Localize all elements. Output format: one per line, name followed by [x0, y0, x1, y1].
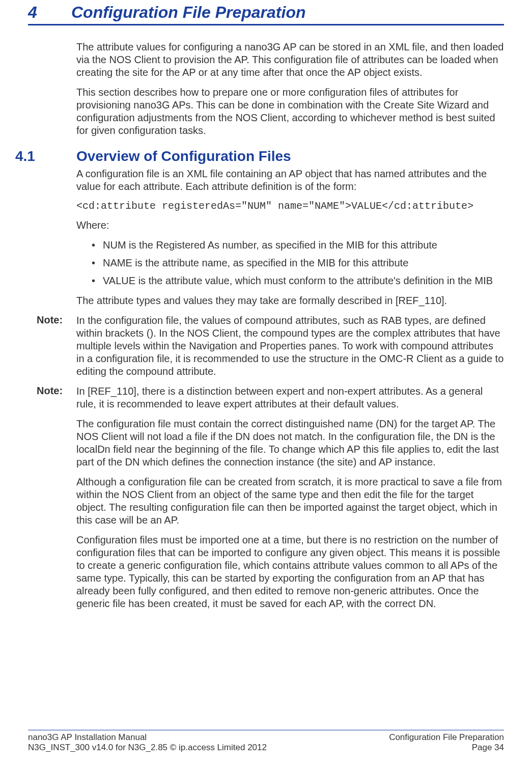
note-label: Note:	[28, 314, 76, 326]
where-label: Where:	[76, 219, 504, 232]
section-paragraph-4: Although a configuration file can be cre…	[76, 476, 504, 527]
footer-copyright: N3G_INST_300 v14.0 for N3G_2.85 © ip.acc…	[28, 743, 267, 753]
section-heading-4-1: 4.1Overview of Configuration Files	[76, 148, 504, 165]
chapter-header: 4Configuration File Preparation	[28, 0, 504, 25]
bullet-list: NUM is the Registered As number, as spec…	[76, 239, 504, 287]
note-label: Note:	[28, 385, 76, 397]
list-item: VALUE is the attribute value, which must…	[92, 275, 504, 287]
note-text: In [REF_110], there is a distinction bet…	[76, 385, 504, 410]
section-paragraph-1: A configuration file is an XML file cont…	[76, 168, 504, 193]
list-item: NUM is the Registered As number, as spec…	[92, 239, 504, 252]
page: 4Configuration File Preparation The attr…	[0, 0, 532, 767]
footer-page-number: Page 34	[472, 743, 504, 753]
intro-paragraph-1: The attribute values for configuring a n…	[76, 41, 504, 79]
footer-section-title: Configuration File Preparation	[389, 732, 504, 743]
page-footer: nano3G AP Installation Manual N3G_INST_3…	[28, 730, 504, 753]
intro-paragraph-2: This section describes how to prepare on…	[76, 86, 504, 137]
chapter-number: 4	[28, 3, 71, 22]
chapter-title: Configuration File Preparation	[71, 3, 305, 21]
note-1: Note: In the configuration file, the val…	[76, 314, 504, 378]
section-number: 4.1	[7, 148, 76, 165]
section-paragraph-5: Configuration files must be imported one…	[76, 534, 504, 610]
section-paragraph-2: The attribute types and values they may …	[76, 294, 504, 307]
footer-right: Configuration File Preparation Page 34	[389, 732, 504, 753]
note-2: Note: In [REF_110], there is a distincti…	[76, 385, 504, 410]
section-paragraph-3: The configuration file must contain the …	[76, 418, 504, 469]
body-column: The attribute values for configuring a n…	[76, 41, 504, 610]
note-text: In the configuration file, the values of…	[76, 314, 504, 378]
footer-manual-title: nano3G AP Installation Manual	[28, 732, 267, 743]
section-title: Overview of Configuration Files	[76, 148, 291, 164]
list-item: NAME is the attribute name, as specified…	[92, 257, 504, 269]
footer-left: nano3G AP Installation Manual N3G_INST_3…	[28, 732, 267, 753]
code-sample: <cd:attribute registeredAs="NUM" name="N…	[76, 200, 504, 212]
